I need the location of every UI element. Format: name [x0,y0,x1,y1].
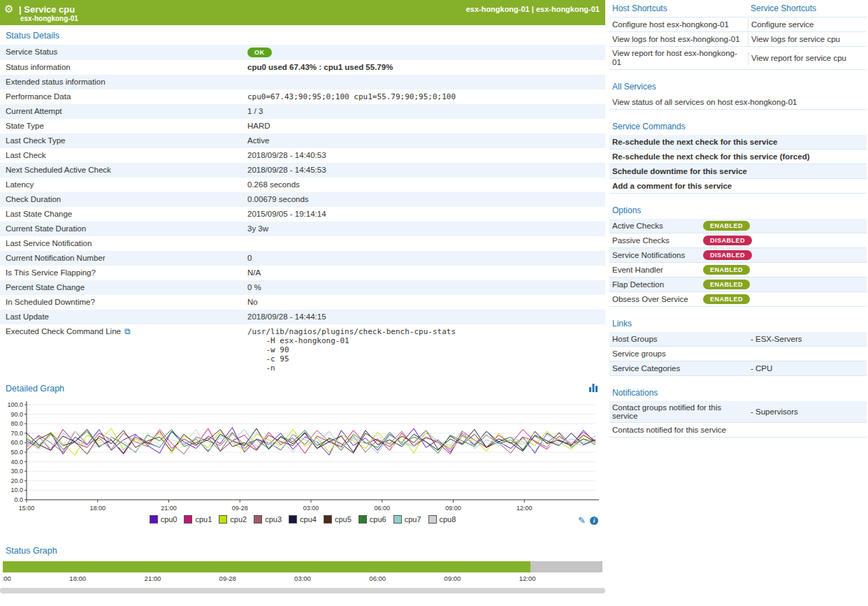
option-state-badge: ENABLED [703,221,750,231]
shortcut-row: View logs for host esx-hongkong-01View l… [609,32,867,47]
edit-graph-icon[interactable]: ✎ [578,515,586,526]
gear-icon[interactable]: ⚙ [4,3,13,15]
status-graph-heading[interactable]: Status Graph [0,540,605,560]
status-row: Service StatusOK [0,45,605,60]
status-row: In Scheduled Downtime?No [0,295,605,310]
legend-swatch-cpu7 [393,515,402,524]
service-command-link[interactable]: Re-schedule the next check for this serv… [609,150,812,164]
status-row-label: Status information [0,60,242,75]
status-row-label: Latency [0,178,242,192]
status-graph-labels: 15:0018:0021:0009-2803:0006:0009:0012:00 [3,575,602,585]
service-command-link[interactable]: Schedule downtime for this service [609,165,750,178]
service-command-row: Add a comment for this service [609,179,867,194]
host-shortcut-link[interactable]: View logs for host esx-hongkong-01 [609,33,748,46]
service-commands-heading[interactable]: Service Commands [609,118,867,135]
status-row-label: Check Duration [0,192,242,207]
x-axis-label: 03:00 [303,505,319,512]
status-row: Percent State Change0 % [0,280,605,295]
legend-label: cpu5 [335,515,352,524]
x-axis-label: 18:00 [89,505,106,512]
detailed-graph-svg[interactable]: 100.090.080.070.060.050.040.030.020.010.… [1,399,601,514]
status-row-label: In Scheduled Downtime? [0,295,242,310]
status-details-heading[interactable]: Status Details [0,25,605,45]
links-heading[interactable]: Links [609,315,867,332]
header-host-name[interactable]: esx-hongkong-01 [20,15,78,22]
legend-item: cpu3 [254,515,282,524]
notification-row-label: Contacts notified for this service [609,424,748,436]
host-shortcut-link[interactable]: View report for host esx-hongkong-01 [609,47,748,69]
notifications-heading[interactable]: Notifications [609,384,867,401]
option-row: Event HandlerENABLED [609,263,867,277]
status-row: Executed Check Command Line⧉/usr/lib/nag… [0,324,605,375]
status-row-label: Last State Change [0,207,242,222]
legend-swatch-cpu4 [289,515,297,524]
notification-row-label: Contact groups notified for this service [609,401,748,422]
status-row: Latency0.268 seconds [0,178,605,192]
status-row-value: 3y 3w [242,222,605,236]
status-axis-label: 03:00 [294,575,311,582]
horizontal-scrollbar[interactable] [0,588,605,593]
status-row-label: Current Attempt [0,104,242,119]
x-axis-label: 09:00 [445,505,461,512]
links-section: Links Host Groups- ESX-ServersService gr… [609,315,867,376]
header-links: esx-hongkong-01 | esx-hongkong-01 [466,5,600,13]
shortcuts-header: Host Shortcuts Service Shortcuts [609,0,867,17]
service-command-link[interactable]: Re-schedule the next check for this serv… [609,136,780,149]
legend-label: cpu1 [195,515,212,524]
status-axis-label: 09:00 [444,575,461,582]
legend-label: cpu8 [440,515,456,524]
legend-swatch-cpu0 [150,515,158,524]
legend-item: cpu1 [184,515,212,524]
status-row-value: 0.00679 seconds [242,192,605,207]
link-row-value[interactable]: - CPU [748,362,867,375]
bar-chart-icon[interactable] [588,383,598,392]
legend-label: cpu4 [300,515,317,524]
status-row-value: Active [242,134,605,148]
status-row: Current Attempt1 / 3 [0,104,605,119]
status-row-label: Last Check [0,148,242,163]
status-row: Performance Datacpu0=67.43;90;95;0;100 c… [0,89,605,104]
page-title: | Service cpu [19,4,75,15]
header-host-link[interactable]: esx-hongkong-01 [466,5,530,13]
host-shortcuts-heading[interactable]: Host Shortcuts [609,0,748,17]
detailed-graph-header: Detailed Graph [0,378,605,396]
service-command-link[interactable]: Add a comment for this service [609,180,735,193]
service-command-row: Schedule downtime for this service [609,164,867,179]
service-shortcut-link[interactable]: Configure service [748,18,867,31]
status-row-label: Last Check Type [0,134,242,148]
detailed-graph-heading[interactable]: Detailed Graph [0,378,70,396]
links-rows: Host Groups- ESX-ServersService groupsSe… [609,332,867,376]
expand-command-icon[interactable]: ⧉ [124,326,131,336]
status-row: Check Duration0.00679 seconds [0,192,605,207]
service-shortcut-link[interactable]: View logs for service cpu [748,33,867,46]
header-service-link[interactable]: esx-hongkong-01 [536,5,600,13]
options-heading[interactable]: Options [609,202,867,219]
page: ⚙ | Service cpu esx-hongkong-01 esx-hong… [0,0,868,593]
option-row: Flap DetectionENABLED [609,277,867,292]
options-rows: Active ChecksENABLEDPassive ChecksDISABL… [609,219,867,307]
info-icon[interactable]: i [590,517,598,525]
status-axis-label: 18:00 [69,575,86,582]
legend-label: cpu0 [161,515,178,524]
all-services-rows: View status of all services on host esx-… [609,95,867,110]
link-row: Service Categories- CPU [609,361,867,376]
notification-row-value[interactable]: - Supervisors [748,405,867,418]
service-shortcut-link[interactable]: View report for service cpu [748,52,867,65]
legend-swatch-cpu8 [428,515,437,524]
status-row: Status informationcpu0 used 67.43% : cpu… [0,60,605,75]
all-services-heading[interactable]: All Services [609,78,867,95]
status-row: Last Check2018/09/28 - 14:40:53 [0,148,605,163]
status-row-value: cpu0 used 67.43% : cpu1 used 55.79% [242,60,605,75]
legend-item: cpu7 [393,515,421,524]
status-row-label: Service Status [0,45,242,60]
all-services-link[interactable]: View status of all services on host esx-… [609,96,800,109]
header-link-separator: | [532,5,534,13]
all-services-row: View status of all services on host esx-… [609,95,867,110]
host-shortcut-link[interactable]: Configure host esx-hongkong-01 [609,18,748,31]
legend-swatch-cpu1 [184,515,192,524]
service-shortcuts-heading[interactable]: Service Shortcuts [748,0,819,17]
status-graph-bar[interactable] [3,561,602,572]
link-row-label: Host Groups [609,333,748,345]
notifications-rows: Contact groups notified for this service… [609,401,867,438]
link-row-value[interactable]: - ESX-Servers [748,333,867,345]
